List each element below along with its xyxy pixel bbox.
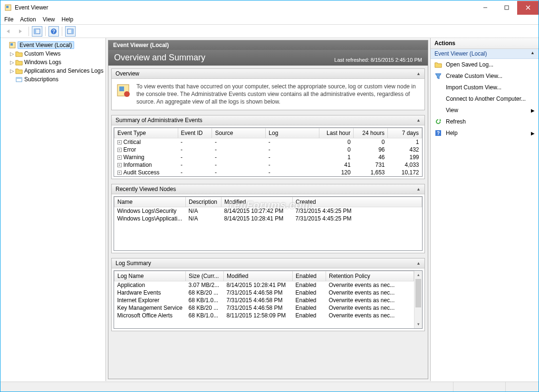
tree-item-windows-logs[interactable]: ▷ Windows Logs <box>2 58 104 67</box>
tree-item-label: Windows Logs <box>24 59 61 66</box>
minimize-button[interactable] <box>474 1 496 15</box>
subscriptions-icon <box>15 76 23 83</box>
col-source[interactable]: Source <box>212 128 266 138</box>
col-modified[interactable]: Modified <box>221 197 293 207</box>
col-description[interactable]: Description <box>186 197 221 207</box>
collapse-icon[interactable]: ▲ <box>416 187 421 191</box>
actions-header: Actions <box>431 38 539 49</box>
scroll-up-icon[interactable]: ▴ <box>414 271 422 279</box>
forward-button[interactable] <box>15 26 26 37</box>
collapse-icon[interactable]: ▲ <box>416 71 421 76</box>
tree-root[interactable]: Event Viewer (Local) <box>2 41 104 49</box>
tree-item-label: Subscriptions <box>24 76 58 83</box>
tree-item-applications-logs[interactable]: ▷ Applications and Services Logs <box>2 67 104 75</box>
action-view[interactable]: View ▶ <box>431 105 539 116</box>
overview-header[interactable]: Overview ▲ <box>112 69 424 79</box>
table-row[interactable]: Application3.07 MB/2...8/14/2015 10:28:4… <box>115 281 414 289</box>
back-button[interactable] <box>3 26 14 37</box>
collapse-icon[interactable]: ▲ <box>416 118 421 123</box>
table-row[interactable]: Internet Explorer68 KB/1.0...7/31/2015 4… <box>115 296 414 304</box>
close-button[interactable] <box>517 1 539 15</box>
action-refresh[interactable]: Refresh <box>431 116 539 127</box>
actions-pane: Actions Event Viewer (Local) ▲ Open Save… <box>430 38 539 381</box>
event-viewer-icon <box>9 41 16 49</box>
center-title: Event Viewer (Local) <box>108 40 428 50</box>
tree-root-label: Event Viewer (Local) <box>18 41 74 49</box>
help-icon: ? <box>434 129 442 137</box>
menu-help[interactable]: Help <box>62 16 74 23</box>
action-create-custom-view[interactable]: Create Custom View... <box>431 70 539 82</box>
logsummary-panel: Log Summary ▲ Log Name Size (Curr... Mod… <box>111 258 425 331</box>
body: Event Viewer (Local) ▷ Custom Views ▷ Wi… <box>0 38 539 381</box>
center-pane: Event Viewer (Local) Overview and Summar… <box>106 38 430 381</box>
col-event-type[interactable]: Event Type <box>115 128 178 138</box>
expand-icon[interactable]: ▷ <box>9 59 15 66</box>
window: Event Viewer File Action View Help ? Eve… <box>0 0 539 392</box>
expand-icon[interactable]: + <box>117 163 122 167</box>
scroll-down-icon[interactable]: ▾ <box>414 320 422 328</box>
status-bar <box>0 382 539 392</box>
menu-action[interactable]: Action <box>20 16 36 23</box>
maximize-button[interactable] <box>496 1 517 15</box>
show-hide-action-pane-button[interactable] <box>65 26 76 37</box>
show-hide-tree-button[interactable] <box>32 26 42 37</box>
table-row[interactable]: Hardware Events68 KB/20 ...7/31/2015 4:4… <box>115 289 414 296</box>
svg-rect-13 <box>10 43 13 46</box>
col-last-hour[interactable]: Last hour <box>319 128 354 138</box>
action-open-saved-log[interactable]: Open Saved Log... <box>431 59 539 70</box>
expand-icon[interactable]: + <box>117 148 122 152</box>
titlebar: Event Viewer <box>0 0 539 15</box>
table-row[interactable]: Windows Logs\SecurityN/A8/14/2015 10:27:… <box>115 207 422 215</box>
summary-header[interactable]: Summary of Administrative Events ▲ <box>112 115 424 125</box>
filter-icon <box>434 72 442 80</box>
center-subtitle-bar: Overview and Summary Last refreshed: 8/1… <box>108 50 428 66</box>
col-log-name[interactable]: Log Name <box>115 271 186 281</box>
table-row[interactable]: +Information---417314,033 <box>115 161 422 169</box>
table-row[interactable]: +Warning---146199 <box>115 153 422 161</box>
action-import-custom-view[interactable]: Import Custom View... <box>431 82 539 93</box>
action-connect-computer[interactable]: Connect to Another Computer... <box>431 93 539 105</box>
expand-icon[interactable]: + <box>117 140 122 144</box>
app-icon <box>4 4 12 11</box>
col-7-days[interactable]: 7 days <box>388 128 422 138</box>
submenu-arrow-icon: ▶ <box>531 131 535 136</box>
collapse-icon[interactable]: ▲ <box>530 50 535 57</box>
recent-header[interactable]: Recently Viewed Nodes ▲ <box>112 184 424 194</box>
table-row[interactable]: Microsoft Office Alerts68 KB/1.0...8/11/… <box>115 312 414 319</box>
scroll-thumb[interactable] <box>415 279 421 307</box>
table-row[interactable]: +Error---096432 <box>115 146 422 153</box>
table-row[interactable]: Windows Logs\Applicati...N/A8/14/2015 10… <box>115 215 422 222</box>
menu-view[interactable]: View <box>43 16 55 23</box>
col-24-hours[interactable]: 24 hours <box>354 128 388 138</box>
expand-icon[interactable]: ▷ <box>9 68 15 74</box>
menu-file[interactable]: File <box>4 16 13 23</box>
col-log[interactable]: Log <box>266 128 319 138</box>
col-modified[interactable]: Modified <box>224 271 293 281</box>
recent-panel: Recently Viewed Nodes ▲ Name Description… <box>111 184 425 253</box>
col-event-id[interactable]: Event ID <box>178 128 212 138</box>
tree-item-label: Applications and Services Logs <box>24 67 104 74</box>
tree-item-custom-views[interactable]: ▷ Custom Views <box>2 49 104 58</box>
overview-icon <box>116 83 131 99</box>
col-size[interactable]: Size (Curr... <box>186 271 224 281</box>
collapse-icon[interactable]: ▲ <box>416 261 421 266</box>
col-name[interactable]: Name <box>115 197 186 207</box>
help-button[interactable]: ? <box>48 26 59 37</box>
col-retention[interactable]: Retention Policy <box>326 271 414 281</box>
svg-text:?: ? <box>52 29 55 34</box>
table-row[interactable]: Key Management Service68 KB/20 ...7/31/2… <box>115 304 414 312</box>
tree-item-subscriptions[interactable]: ▷ Subscriptions <box>2 75 104 84</box>
action-help[interactable]: ? Help ▶ <box>431 127 539 139</box>
col-created[interactable]: Created <box>293 197 422 207</box>
logsummary-header[interactable]: Log Summary ▲ <box>112 258 424 268</box>
table-row[interactable]: +Critical---001 <box>115 138 422 146</box>
actions-group-header[interactable]: Event Viewer (Local) ▲ <box>431 49 539 59</box>
expand-icon[interactable]: ▷ <box>9 51 15 57</box>
summary-table: Event Type Event ID Source Log Last hour… <box>114 128 422 176</box>
table-row[interactable]: +Audit Success---1201,65310,172 <box>115 169 422 176</box>
vertical-scrollbar[interactable]: ▴ ▾ <box>414 271 422 328</box>
expand-icon[interactable]: + <box>117 155 122 160</box>
expand-icon[interactable]: + <box>117 171 122 175</box>
col-enabled[interactable]: Enabled <box>293 271 326 281</box>
overview-panel: Overview ▲ To view events that have occu… <box>111 68 425 110</box>
